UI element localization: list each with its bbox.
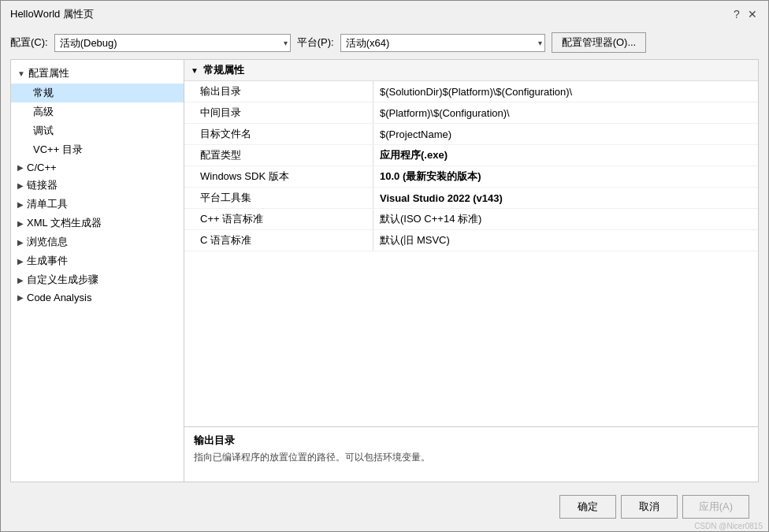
prop-value-int-dir: $(Platform)\$(Configuration)\ — [373, 104, 758, 122]
sidebar-item-xml-doc[interactable]: ▶ XML 文档生成器 — [11, 214, 184, 233]
linker-expand-arrow: ▶ — [17, 181, 24, 190]
prop-row-target-name[interactable]: 目标文件名 $(ProjectName) — [184, 124, 758, 145]
toolbar-row: 配置(C): 活动(Debug)DebugRelease所有配置 ▾ 平台(P)… — [10, 32, 759, 53]
prop-value-platform-toolset: Visual Studio 2022 (v143) — [373, 189, 758, 207]
close-button[interactable]: ✕ — [746, 8, 759, 20]
ok-button[interactable]: 确定 — [559, 495, 616, 519]
dialog-footer: 确定 取消 应用(A) — [10, 489, 759, 525]
prop-value-config-type: 应用程序(.exe) — [373, 145, 758, 166]
platform-dropdown[interactable]: 活动(x64)x64x86 — [340, 34, 545, 52]
cpp-expand-arrow: ▶ — [17, 163, 24, 172]
sidebar-section-label: 配置属性 — [28, 66, 69, 80]
prop-row-int-dir[interactable]: 中间目录 $(Platform)\$(Configuration)\ — [184, 102, 758, 124]
section-expand-arrow: ▼ — [17, 69, 25, 78]
watermark: CSDN @Nicer0815 — [694, 522, 763, 530]
sidebar: ▼ 配置属性 常规 高级 调试 VC++ 目录 ▶ C/C++ — [11, 60, 184, 482]
properties-panel: ▼ 常规属性 输出目录 $(SolutionDir)$(Platform)\$(… — [184, 60, 758, 426]
info-description: 指向已编译程序的放置位置的路径。可以包括环境变量。 — [194, 451, 749, 464]
prop-value-output-dir: $(SolutionDir)$(Platform)\$(Configuratio… — [373, 83, 758, 101]
sidebar-item-linker[interactable]: ▶ 链接器 — [11, 176, 184, 195]
config-label: 配置(C): — [10, 35, 48, 50]
prop-value-target-name: $(ProjectName) — [373, 125, 758, 143]
sidebar-item-manifest[interactable]: ▶ 清单工具 — [11, 195, 184, 214]
sidebar-section-header-config[interactable]: ▼ 配置属性 — [11, 63, 184, 84]
sidebar-item-build-events[interactable]: ▶ 生成事件 — [11, 251, 184, 270]
xmldoc-expand-arrow: ▶ — [17, 219, 24, 228]
manifest-expand-arrow: ▶ — [17, 200, 24, 209]
apply-button[interactable]: 应用(A) — [682, 495, 749, 519]
title-bar: HelloWorld 属性页 ? ✕ — [1, 1, 768, 26]
prop-name-sdk-version: Windows SDK 版本 — [184, 166, 373, 187]
sidebar-item-code-analysis[interactable]: ▶ Code Analysis — [11, 289, 184, 306]
code-analysis-expand-arrow: ▶ — [17, 293, 24, 302]
sidebar-item-advanced[interactable]: 高级 — [11, 102, 184, 121]
prop-name-config-type: 配置类型 — [184, 145, 373, 166]
cancel-button[interactable]: 取消 — [621, 495, 678, 519]
prop-name-platform-toolset: 平台工具集 — [184, 188, 373, 208]
config-dropdown[interactable]: 活动(Debug)DebugRelease所有配置 — [54, 34, 291, 52]
prop-row-platform-toolset[interactable]: 平台工具集 Visual Studio 2022 (v143) — [184, 188, 758, 209]
sidebar-item-general[interactable]: 常规 — [11, 84, 184, 102]
title-controls: ? ✕ — [730, 8, 759, 20]
sidebar-item-cpp[interactable]: ▶ C/C++ — [11, 159, 184, 176]
platform-label: 平台(P): — [297, 35, 334, 50]
sidebar-item-vc-dirs[interactable]: VC++ 目录 — [11, 140, 184, 159]
prop-row-sdk-version[interactable]: Windows SDK 版本 10.0 (最新安装的版本) — [184, 166, 758, 188]
content-area: ▼ 常规属性 输出目录 $(SolutionDir)$(Platform)\$(… — [184, 60, 758, 482]
prop-section-arrow: ▼ — [191, 66, 199, 75]
prop-row-c-standard[interactable]: C 语言标准 默认(旧 MSVC) — [184, 230, 758, 251]
prop-name-target-name: 目标文件名 — [184, 124, 373, 144]
sidebar-item-browse[interactable]: ▶ 浏览信息 — [11, 233, 184, 251]
prop-row-output-dir[interactable]: 输出目录 $(SolutionDir)$(Platform)\$(Configu… — [184, 81, 758, 102]
info-title: 输出目录 — [194, 433, 749, 448]
info-panel: 输出目录 指向已编译程序的放置位置的路径。可以包括环境变量。 — [184, 426, 758, 482]
custom-build-expand-arrow: ▶ — [17, 276, 24, 285]
prop-name-cpp-standard: C++ 语言标准 — [184, 209, 373, 229]
prop-name-output-dir: 输出目录 — [184, 81, 373, 102]
help-button[interactable]: ? — [730, 8, 743, 20]
browse-expand-arrow: ▶ — [17, 238, 24, 247]
platform-dropdown-container: 活动(x64)x64x86 ▾ — [340, 34, 545, 52]
prop-value-cpp-standard: 默认(ISO C++14 标准) — [373, 209, 758, 229]
dialog-title: HelloWorld 属性页 — [10, 7, 94, 21]
prop-name-int-dir: 中间目录 — [184, 102, 373, 123]
prop-section-title: 常规属性 — [203, 63, 244, 77]
dialog-body: 配置(C): 活动(Debug)DebugRelease所有配置 ▾ 平台(P)… — [1, 26, 768, 531]
prop-name-c-standard: C 语言标准 — [184, 230, 373, 251]
config-manager-button[interactable]: 配置管理器(O)... — [552, 32, 647, 53]
main-content: ▼ 配置属性 常规 高级 调试 VC++ 目录 ▶ C/C++ — [10, 59, 759, 482]
prop-value-sdk-version: 10.0 (最新安装的版本) — [373, 166, 758, 187]
build-events-expand-arrow: ▶ — [17, 257, 24, 266]
prop-row-cpp-standard[interactable]: C++ 语言标准 默认(ISO C++14 标准) — [184, 209, 758, 230]
prop-value-c-standard: 默认(旧 MSVC) — [373, 230, 758, 251]
sidebar-item-debug[interactable]: 调试 — [11, 121, 184, 140]
prop-row-config-type[interactable]: 配置类型 应用程序(.exe) — [184, 145, 758, 166]
prop-section-header: ▼ 常规属性 — [184, 60, 758, 81]
properties-dialog: HelloWorld 属性页 ? ✕ 配置(C): 活动(Debug)Debug… — [0, 0, 769, 532]
config-dropdown-container: 活动(Debug)DebugRelease所有配置 ▾ — [54, 34, 291, 52]
sidebar-item-custom-build[interactable]: ▶ 自定义生成步骤 — [11, 270, 184, 289]
